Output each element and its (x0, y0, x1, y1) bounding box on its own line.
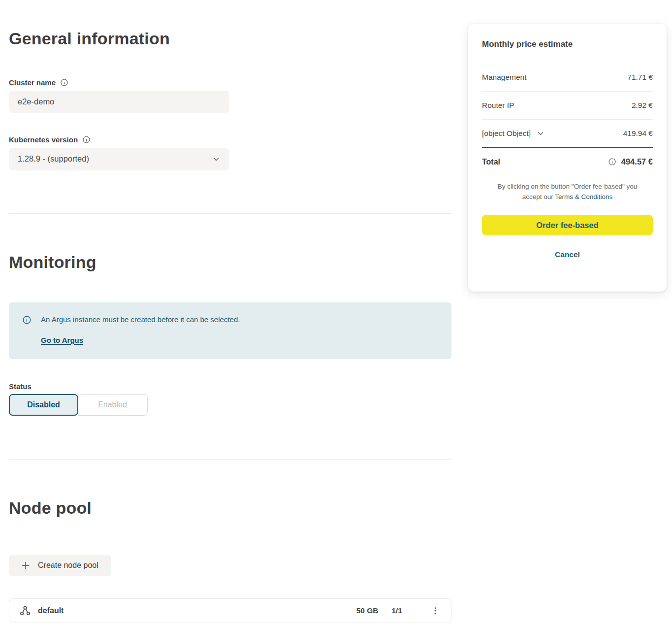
banner-body: An Argus instance must be created before… (41, 315, 240, 359)
price-item-label-text: [object Object] (482, 129, 531, 138)
info-icon (22, 315, 32, 325)
plus-icon (21, 561, 31, 570)
cluster-create-page: General information Cluster name e2e-dem… (0, 0, 672, 627)
price-row-object: [object Object] 419.94 € (482, 120, 653, 148)
status-label: Status (9, 382, 451, 391)
general-information-title: General information (9, 29, 451, 49)
price-item-value: 71.71 € (627, 73, 653, 82)
price-card-title: Monthly price estimate (482, 39, 653, 49)
kubernetes-version-select[interactable]: 1.28.9 - (supported) (9, 148, 229, 170)
node-pool-title: Node pool (9, 498, 451, 518)
cluster-name-input[interactable]: e2e-demo (9, 91, 229, 113)
node-pool-name: default (38, 606, 64, 615)
go-to-argus-link[interactable]: Go to Argus (41, 336, 83, 344)
price-item-label: Management (482, 73, 526, 82)
node-pool-row-details: 50 GB 1/1 (356, 602, 444, 620)
total-label: Total (482, 158, 500, 166)
price-row-management: Management 71.71 € (482, 64, 653, 92)
order-fee-based-button[interactable]: Order fee-based (482, 215, 653, 235)
terms-text: By clicking on the button "Order fee-bas… (491, 181, 644, 202)
status-toggle: Disabled Enabled (9, 394, 148, 416)
chevron-down-icon[interactable] (537, 130, 544, 137)
cluster-name-value: e2e-demo (18, 97, 54, 106)
argus-info-banner: An Argus instance must be created before… (9, 302, 451, 359)
price-item-value: 419.94 € (623, 129, 653, 138)
info-icon[interactable] (608, 158, 616, 166)
kubernetes-version-label: Kubernetes version (9, 135, 78, 144)
node-pool-menu-button[interactable] (426, 602, 444, 620)
status-option-enabled[interactable]: Enabled (78, 394, 148, 416)
create-node-pool-label: Create node pool (38, 561, 98, 570)
price-total-row: Total 494.57 € (482, 148, 653, 166)
price-row-router-ip: Router IP 2.92 € (482, 92, 653, 120)
node-pool-size: 50 GB (356, 606, 379, 615)
main-column: General information Cluster name e2e-dem… (9, 0, 451, 623)
total-value-group: 494.57 € (608, 157, 653, 166)
kubernetes-version-label-row: Kubernetes version (9, 135, 451, 144)
cluster-name-label: Cluster name (9, 78, 56, 87)
create-node-pool-button[interactable]: Create node pool (9, 555, 111, 576)
price-item-value: 2.92 € (632, 101, 653, 110)
section-divider (9, 213, 451, 214)
price-item-label: Router IP (482, 101, 514, 110)
info-icon[interactable] (60, 78, 68, 87)
node-pool-row[interactable]: default 50 GB 1/1 (9, 598, 451, 623)
kubernetes-version-value: 1.28.9 - (supported) (18, 154, 89, 164)
node-pool-icon (19, 605, 31, 617)
kebab-menu-icon (430, 606, 440, 616)
info-icon[interactable] (82, 135, 91, 144)
total-value: 494.57 € (621, 157, 653, 166)
cancel-button[interactable]: Cancel (555, 250, 580, 259)
banner-message: An Argus instance must be created before… (41, 315, 240, 324)
cluster-name-label-row: Cluster name (9, 78, 451, 87)
terms-and-conditions-link[interactable]: Terms & Conditions (555, 193, 612, 200)
status-option-disabled[interactable]: Disabled (9, 394, 78, 416)
node-pool-node-count: 1/1 (391, 606, 402, 615)
price-rows: Management 71.71 € Router IP 2.92 € [obj… (482, 64, 653, 148)
monthly-price-estimate-card: Monthly price estimate Management 71.71 … (468, 24, 667, 292)
chevron-down-icon (212, 155, 221, 164)
price-item-label: [object Object] (482, 129, 544, 138)
section-divider (9, 459, 451, 460)
monitoring-title: Monitoring (9, 252, 451, 272)
